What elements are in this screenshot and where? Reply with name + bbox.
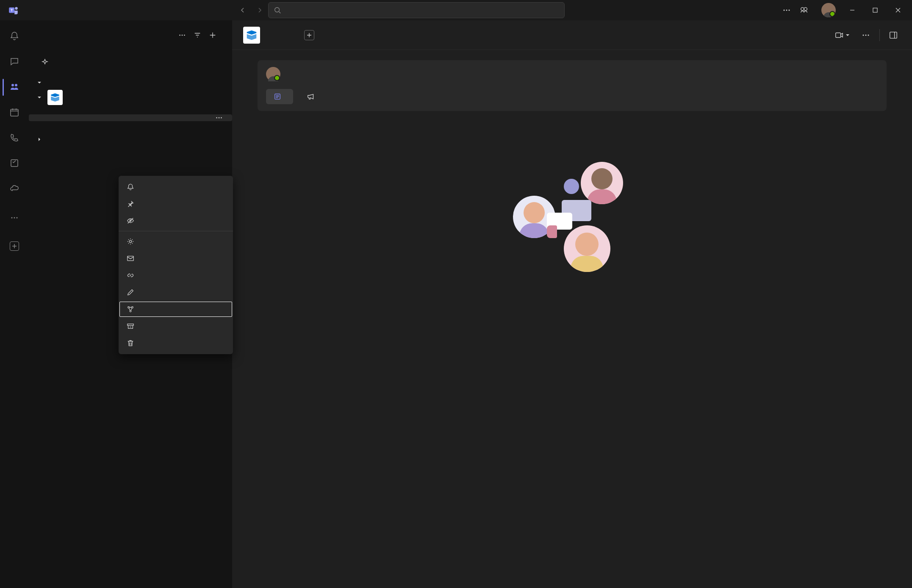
menu-divider [119,231,233,231]
search-box[interactable] [268,2,565,18]
bell-icon [126,183,135,191]
listpane-filter-button[interactable] [190,28,205,43]
listpane-more-button[interactable] [175,28,190,43]
svg-point-24 [863,34,864,36]
titlebar: T [0,0,912,20]
rail-planner[interactable] [3,151,26,176]
rail-teams[interactable] [3,75,26,100]
announcement-type-button[interactable] [299,89,327,104]
workflow-icon [126,305,135,313]
your-teams-header[interactable] [29,78,232,87]
rail-activity[interactable] [3,24,26,49]
mail-icon [126,254,135,263]
menu-manage-channel[interactable] [119,233,233,250]
channel-avatar [243,27,260,44]
divider [879,29,880,41]
menu-get-link[interactable] [119,267,233,284]
channel-general[interactable] [29,108,232,114]
rail-chat[interactable] [3,49,26,75]
svg-point-11 [15,84,17,86]
eye-off-icon [126,216,135,225]
apps-icon [10,241,19,251]
svg-point-3 [274,8,279,12]
svg-rect-27 [890,32,897,38]
teams-icon [9,82,19,92]
channel-more-button[interactable] [215,114,223,122]
more-icon [9,213,19,223]
channel-context-menu [119,176,233,354]
svg-point-16 [17,217,18,219]
chat-icon [9,56,19,67]
megaphone-icon [307,92,315,101]
post-icon [274,93,281,100]
svg-point-1 [15,7,18,10]
menu-rename-channel[interactable] [119,284,233,301]
svg-point-17 [179,35,180,36]
rail-onedrive[interactable] [3,176,26,202]
history-forward-button[interactable] [251,2,268,19]
teams-app-logo: T [8,4,19,16]
meet-button[interactable] [832,28,852,43]
team-logo [47,90,63,105]
hidden-teams-header[interactable] [29,135,232,144]
svg-rect-35 [128,324,133,326]
compose-box[interactable] [258,60,887,111]
post-type-button[interactable] [266,89,293,104]
window-maximize-button[interactable] [865,0,885,20]
svg-text:T: T [11,8,13,12]
rail-calls[interactable] [3,125,26,151]
channel-notifications-azure[interactable] [29,114,232,121]
caret-down-icon [37,95,42,100]
caret-down-icon [37,80,42,85]
svg-point-7 [801,8,804,11]
open-pane-button[interactable] [886,28,901,43]
svg-rect-13 [11,160,18,166]
calendar-icon [9,107,19,117]
rail-apps[interactable] [3,234,26,259]
see-all-channels-link[interactable] [29,128,232,135]
gear-icon [126,237,135,246]
svg-point-19 [184,35,185,36]
listpane-add-button[interactable] [205,28,220,43]
menu-archive-channel[interactable] [119,318,233,335]
team-row[interactable] [29,87,232,108]
caret-right-icon [37,137,42,141]
phone-icon [9,133,19,143]
svg-point-4 [784,10,785,11]
discover-button[interactable] [29,50,232,75]
channel-header [232,20,912,50]
notifications-button[interactable] [798,6,810,15]
window-close-button[interactable] [888,0,908,20]
tab-add-button[interactable] [304,30,314,40]
svg-point-5 [786,10,787,11]
svg-point-15 [14,217,15,219]
empty-state [232,111,912,588]
sparkle-icon [41,58,49,67]
channel-more-button[interactable] [858,28,873,43]
svg-point-10 [11,84,14,86]
trash-icon [126,339,135,347]
svg-point-6 [789,10,790,11]
svg-point-20 [216,117,217,119]
search-input[interactable] [286,7,559,14]
svg-rect-31 [128,256,133,261]
svg-point-30 [129,240,131,242]
channel-notifications[interactable] [29,121,232,128]
cloud-icon [9,183,19,194]
app-rail [0,20,29,588]
pin-icon [126,200,135,208]
menu-channel-notifications[interactable] [119,178,233,195]
rail-more[interactable] [3,205,26,230]
menu-delete-channel[interactable] [119,335,233,352]
menu-pin[interactable] [119,195,233,212]
window-minimize-button[interactable] [843,0,862,20]
history-back-button[interactable] [234,2,251,19]
svg-point-34 [130,311,131,312]
archive-icon [126,322,135,330]
menu-workflows[interactable] [119,301,233,318]
menu-get-email[interactable] [119,250,233,267]
user-profile-button[interactable] [814,3,839,17]
titlebar-more-button[interactable] [779,6,794,14]
menu-hide[interactable] [119,212,233,229]
rail-calendar[interactable] [3,100,26,125]
